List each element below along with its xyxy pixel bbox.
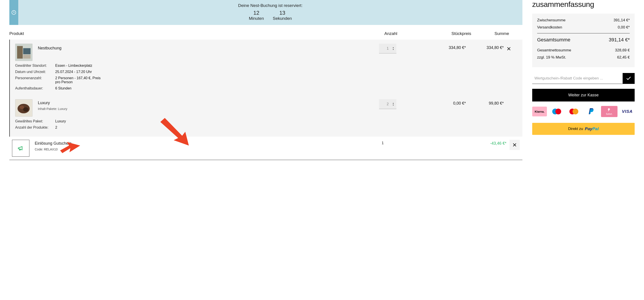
col-sum: Summe [471,31,509,36]
detail-label: Aufenthaltsdauer: [15,86,55,90]
detail-value: Essen - Limbeckerplatz [55,64,517,68]
net-value: 328,69 € [615,48,630,52]
cart-item: Nestbuchung 1 ▲▼ 334,80 €* 334,80 €* [15,44,517,61]
shipping-value: 0,00 €* [618,25,630,29]
cart-item: Luxury Inhalt-Pakete: Luxury 2 ▲▼ 0,00 €… [15,99,517,117]
timer-seconds-label: Sekunden [273,16,292,21]
detail-value: 6 Stunden [55,86,517,90]
coupon-submit-button[interactable] [622,73,635,84]
detail-label: Personenanzahl: [15,76,55,84]
paypal-wordmark: PayPal [585,126,598,131]
quantity-value: 2 [387,102,389,106]
total-label: Gesamtsumme [537,37,570,43]
maestro-logo [549,107,564,116]
summary-box: Zwischensumme391,14 €* Versandkosten0,00… [532,13,635,67]
total-value: 391,14 €* [609,37,630,43]
detail-value: 2 [55,125,517,130]
detail-value: Luxury [55,119,517,123]
voucher-row: Einlösung Gutschein Code: RELAX10 1 -43,… [9,137,522,157]
paypal-logo [584,107,598,116]
megaphone-icon [12,140,30,157]
voucher-code: RELAX10 [44,148,58,151]
payment-method-logos: Klarna. Sofort. VISA [532,106,635,117]
subtotal-label: Zwischensumme [537,18,566,22]
unit-price: 0,00 €* [426,99,466,106]
detail-label: Gewählter Standort: [15,64,55,68]
product-name: Nestbuchung [38,44,379,50]
unit-price: 334,80 €* [426,44,466,50]
voucher-title: Einlösung Gutschein [35,141,382,146]
detail-label: Gewähltes Paket: [15,119,55,123]
line-sum: 334,80 €* [466,44,504,50]
coupon-input[interactable] [532,73,622,84]
net-label: Gesamtnettosumme [537,48,571,52]
quantity-stepper[interactable]: 2 ▲▼ [379,99,396,109]
shipping-label: Versandkosten [537,25,562,29]
col-product: Produkt [9,31,384,36]
svg-point-14 [572,109,578,114]
vat-value: 62,45 € [617,55,630,60]
remove-voucher-button[interactable] [510,140,520,150]
voucher-amount: -43,46 €* [468,140,506,146]
voucher-qty: 1 [382,140,428,145]
subtotal-value: 391,14 €* [614,18,630,22]
timer-minutes: 12 [249,10,264,16]
quantity-value: 1 [387,46,389,50]
svg-point-8 [23,107,28,111]
stepper-arrows-icon: ▲▼ [392,102,394,106]
paypal-direct-button[interactable]: Direkt zu PayPal [532,123,635,135]
paypal-prefix: Direkt zu [568,127,583,131]
cart-items-card: Nestbuchung 1 ▲▼ 334,80 €* 334,80 €* Gew… [9,40,522,137]
svg-point-7 [20,105,24,109]
svg-point-12 [555,109,561,114]
klarna-logo: Klarna. [532,107,547,116]
clock-icon [9,0,18,25]
quantity-stepper[interactable]: 1 ▲▼ [379,44,396,53]
detail-label: Datum und Uhrzeit: [15,70,55,74]
detail-value: 25.07.2024 - 17:20 Uhr [55,70,517,74]
mastercard-logo [566,107,581,116]
sofort-logo: Sofort. [601,106,618,117]
timer-minutes-label: Minuten [249,16,264,21]
col-unit-price: Stückpreis [431,31,471,36]
product-subtitle: Inhalt-Pakete: Luxury [38,107,379,111]
svg-rect-2 [17,46,23,59]
cart-table-header: Produkt Anzahl Stückpreis Summe [9,31,522,40]
col-quantity: Anzahl [384,31,431,36]
checkout-button[interactable]: Weiter zur Kasse [532,89,635,101]
product-thumbnail [15,44,32,61]
svg-rect-3 [23,48,30,54]
timer-title: Deine Nest-Buchung ist reserviert: [18,3,522,8]
reservation-timer-banner: Deine Nest-Buchung ist reserviert: 12 Mi… [9,0,522,25]
voucher-code-label: Code: [35,148,44,151]
vat-label: zzgl. 19 % MwSt. [537,55,566,60]
product-name: Luxury [38,99,379,105]
summary-title: zusammenfassung [532,0,635,9]
timer-seconds: 13 [273,10,292,16]
coupon-input-group [532,73,635,84]
product-thumbnail [15,99,32,117]
stepper-arrows-icon: ▲▼ [392,46,394,50]
svg-rect-4 [23,55,30,59]
line-sum: 99,80 €* [466,99,504,106]
remove-item-button[interactable] [504,44,514,54]
visa-logo: VISA [620,107,635,116]
detail-label: Anzahl der Produkte: [15,125,55,130]
detail-value: 2 Personen - 167,40 €, Preis pro Person [55,76,106,84]
